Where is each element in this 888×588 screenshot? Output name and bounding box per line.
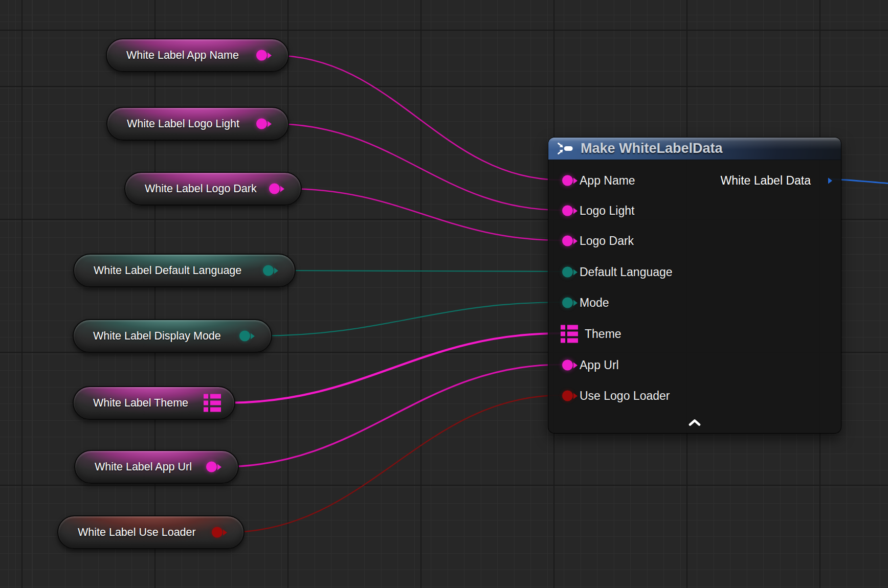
variable-label: White Label App Url	[95, 461, 192, 473]
enum-output-pin[interactable]	[239, 331, 250, 342]
variable-node-white-label-default-language[interactable]: White Label Default Language	[73, 254, 296, 287]
collapse-node-button[interactable]	[683, 416, 706, 429]
enum-input-pin[interactable]	[562, 267, 573, 278]
variable-label: White Label Logo Light	[127, 118, 239, 130]
variable-label: White Label Default Language	[94, 264, 241, 277]
bool-output-pin[interactable]	[212, 527, 223, 538]
make-struct-icon	[557, 142, 574, 155]
pin-label: Logo Dark	[580, 234, 634, 248]
pin-label: Default Language	[580, 265, 673, 279]
wire-logo-dark[interactable]	[287, 189, 561, 240]
blueprint-graph-canvas[interactable]: White Label App Name White Label Logo Li…	[0, 0, 888, 588]
pin-label: White Label Data	[721, 174, 811, 188]
bool-input-pin[interactable]	[562, 391, 573, 401]
pin-label: Mode	[580, 296, 609, 310]
input-row-use-logo-loader: Use Logo Loader	[562, 389, 670, 403]
variable-node-white-label-theme[interactable]: White Label Theme	[73, 386, 235, 420]
struct-input-pin[interactable]	[562, 206, 573, 216]
enum-input-pin[interactable]	[562, 298, 573, 308]
input-row-logo-dark: Logo Dark	[562, 234, 634, 248]
pin-label: Logo Light	[580, 204, 634, 218]
input-row-theme: Theme	[561, 325, 621, 343]
wire-mode[interactable]	[258, 302, 561, 336]
make-whitelabeldata-node[interactable]: Make WhiteLabelData App Name Logo Light …	[548, 137, 841, 434]
pin-label: Theme	[585, 327, 621, 341]
map-input-pin-icon[interactable]	[561, 325, 578, 343]
wire-app-name[interactable]	[272, 55, 561, 180]
wire-default-language[interactable]	[278, 270, 561, 272]
input-row-app-name: App Name	[562, 174, 635, 188]
wire-app-url[interactable]	[222, 365, 561, 467]
node-header[interactable]: Make WhiteLabelData	[548, 138, 841, 160]
pin-label: Use Logo Loader	[580, 389, 670, 403]
pin-label: App Url	[580, 358, 619, 372]
wire-use-loader[interactable]	[228, 395, 561, 532]
struct-input-pin[interactable]	[562, 360, 573, 371]
wire-logo-light[interactable]	[273, 124, 561, 210]
variable-label: White Label Logo Dark	[145, 183, 257, 195]
variable-label: White Label Display Mode	[93, 330, 221, 343]
variable-label: White Label Theme	[93, 397, 188, 410]
variable-node-white-label-app-url[interactable]: White Label App Url	[74, 450, 239, 484]
struct-input-pin[interactable]	[562, 175, 573, 186]
variable-node-white-label-logo-dark[interactable]: White Label Logo Dark	[124, 172, 302, 206]
variable-node-white-label-app-name[interactable]: White Label App Name	[106, 38, 289, 72]
struct-output-pin[interactable]	[269, 184, 280, 194]
variable-label: White Label Use Loader	[78, 526, 196, 539]
struct-output-pin[interactable]	[256, 50, 267, 61]
node-title: Make WhiteLabelData	[581, 141, 723, 156]
struct-input-pin[interactable]	[562, 236, 573, 246]
wire-theme[interactable]	[225, 333, 560, 403]
variable-label: White Label App Name	[126, 49, 239, 62]
variable-node-white-label-logo-light[interactable]: White Label Logo Light	[106, 107, 289, 141]
input-row-default-language: Default Language	[562, 265, 673, 279]
input-row-logo-light: Logo Light	[562, 204, 634, 218]
enum-output-pin[interactable]	[263, 265, 274, 276]
input-row-app-url: App Url	[562, 358, 619, 372]
output-row-white-label-data: White Label Data	[721, 174, 832, 188]
struct-output-pin[interactable]	[206, 462, 217, 472]
input-row-mode: Mode	[562, 296, 609, 310]
chevron-up-icon	[689, 419, 701, 426]
struct-output-pin[interactable]	[256, 119, 267, 129]
pin-label: App Name	[580, 174, 635, 188]
variable-node-white-label-display-mode[interactable]: White Label Display Mode	[73, 319, 272, 353]
map-output-pin-icon[interactable]	[204, 394, 221, 412]
variable-node-white-label-use-loader[interactable]: White Label Use Loader	[57, 515, 245, 549]
